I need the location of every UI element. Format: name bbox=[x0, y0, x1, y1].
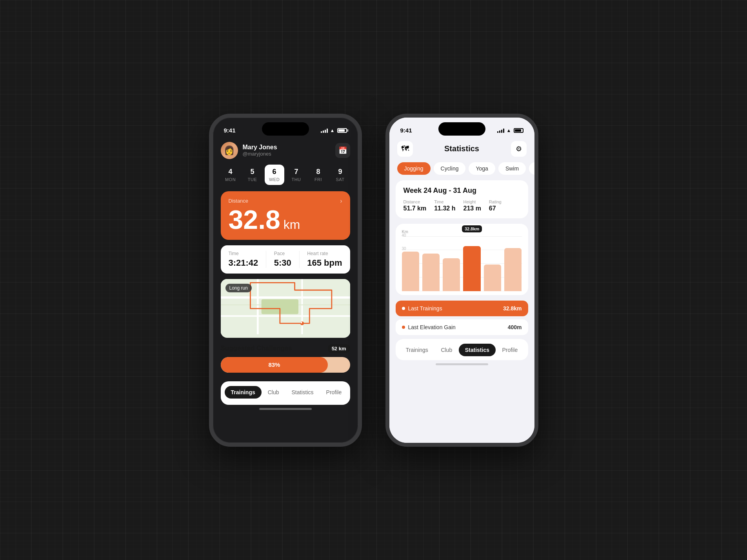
metric-rating: Rating 67 bbox=[489, 199, 502, 212]
map-button[interactable]: 🗺 bbox=[397, 141, 413, 157]
nav-profile-1[interactable]: Profile bbox=[320, 386, 348, 399]
challenges-title: Suggested Challenges bbox=[221, 344, 292, 352]
stats-page-title: Statistics bbox=[444, 144, 479, 153]
stats-header: 🗺 Statistics ⚙ bbox=[389, 138, 534, 162]
legend-last-trainings[interactable]: Last Trainings 32.8km bbox=[396, 301, 528, 316]
bar-tooltip: 32.8km bbox=[462, 225, 482, 232]
chart-grid: 40 30 20 10 0 bbox=[402, 236, 522, 291]
filter-jogging[interactable]: Jogging bbox=[397, 162, 431, 175]
time-1: 9:41 bbox=[224, 127, 236, 134]
chart-container: 40 30 20 10 0 32.8km bbox=[402, 236, 522, 291]
week-dates: 4 MON 5 TUE 6 WED 7 THU 8 FRI 9 SAT bbox=[221, 165, 350, 185]
user-name: Mary Jones bbox=[243, 144, 277, 151]
map-icon: 🗺 bbox=[401, 144, 409, 153]
svg-point-7 bbox=[300, 321, 304, 325]
metric-time: Time 11.32 h bbox=[434, 199, 455, 212]
metric-height-value: 213 m bbox=[463, 205, 481, 212]
phone2-main: 🗺 Statistics ⚙ Jogging Cycling Yoga Swim… bbox=[389, 138, 534, 443]
status-icons-1: ▲ bbox=[321, 128, 347, 133]
home-indicator-1 bbox=[259, 408, 312, 410]
date-day-thu: THU bbox=[291, 177, 301, 182]
stat-heartrate: Heart rate 165 bpm bbox=[307, 251, 342, 268]
grid-line-10: 10 bbox=[402, 277, 522, 277]
distance-label-row: Distance › bbox=[229, 198, 342, 205]
date-fri[interactable]: 8 FRI bbox=[309, 165, 328, 185]
map-tag: Long run bbox=[225, 284, 252, 292]
bar-normal-1 bbox=[402, 252, 419, 291]
date-day-sat: SAT bbox=[336, 177, 344, 182]
date-sat[interactable]: 9 SAT bbox=[331, 165, 350, 185]
challenges-header: Suggested Challenges 52 km bbox=[221, 344, 350, 353]
metric-distance: Distance 51.7 km bbox=[403, 199, 427, 212]
user-handle: @maryjones bbox=[243, 151, 277, 157]
chart-area: Km 40 30 20 10 0 bbox=[396, 224, 528, 295]
gear-icon: ⚙ bbox=[516, 145, 522, 153]
svg-point-8 bbox=[300, 322, 302, 323]
legend-elevation-label: Last Elevation Gain bbox=[408, 324, 456, 330]
challenges-section: Suggested Challenges 52 km 83% bbox=[221, 344, 350, 377]
nav-trainings-2[interactable]: Trainings bbox=[400, 344, 434, 356]
bar-3 bbox=[443, 236, 460, 291]
metric-time-value: 11.32 h bbox=[434, 205, 455, 212]
settings-button[interactable]: ⚙ bbox=[511, 141, 527, 157]
filter-cycling[interactable]: Cycling bbox=[434, 162, 466, 175]
legend-dot-trainings bbox=[402, 307, 405, 310]
date-number-tue: 5 bbox=[250, 168, 254, 176]
km-badge: 52 km bbox=[328, 344, 350, 353]
legend-dot-elevation bbox=[402, 326, 405, 329]
activity-filter: Jogging Cycling Yoga Swim Crossfit bbox=[389, 162, 534, 180]
user-header: 👩 Mary Jones @maryjones 📅 bbox=[221, 138, 350, 165]
map-card[interactable]: Long run bbox=[221, 279, 350, 338]
nav-club-1[interactable]: Club bbox=[262, 386, 285, 399]
metric-height-label: Height bbox=[463, 199, 481, 204]
bar-6 bbox=[504, 236, 522, 291]
battery-icon-1 bbox=[337, 128, 347, 133]
metric-height: Height 213 m bbox=[463, 199, 481, 212]
metric-time-label: Time bbox=[434, 199, 455, 204]
avatar: 👩 bbox=[221, 142, 238, 159]
progress-percent: 83% bbox=[268, 361, 280, 368]
nav-club-2[interactable]: Club bbox=[434, 344, 458, 356]
date-day-tue: TUE bbox=[248, 177, 257, 182]
stat-time-value: 3:21:42 bbox=[229, 258, 258, 268]
date-tue[interactable]: 5 TUE bbox=[243, 165, 262, 185]
legend-elevation[interactable]: Last Elevation Gain 400m bbox=[396, 319, 528, 335]
date-thu[interactable]: 7 THU bbox=[287, 165, 306, 185]
stat-heartrate-label: Heart rate bbox=[307, 251, 342, 256]
filter-yoga[interactable]: Yoga bbox=[469, 162, 495, 175]
date-mon[interactable]: 4 MON bbox=[221, 165, 240, 185]
legend-elevation-value: 400m bbox=[508, 324, 522, 330]
week-range: Week 24 Aug - 31 Aug bbox=[403, 187, 520, 195]
phone-2: 9:41 ▲ 🗺 Statistics ⚙ bbox=[385, 114, 538, 447]
time-2: 9:41 bbox=[400, 127, 412, 134]
filter-crossfit[interactable]: Crossfit bbox=[529, 162, 534, 175]
nav-statistics-2[interactable]: Statistics bbox=[459, 344, 496, 356]
date-number-mon: 4 bbox=[228, 168, 232, 176]
user-info: 👩 Mary Jones @maryjones bbox=[221, 142, 277, 159]
dynamic-island-2 bbox=[438, 122, 485, 136]
distance-display: 32.8 km bbox=[229, 206, 342, 233]
nav-trainings-1[interactable]: Trainings bbox=[225, 386, 262, 399]
bar-4-highlighted: 32.8km bbox=[463, 236, 480, 291]
legend-trainings-label: Last Trainings bbox=[408, 305, 442, 312]
date-day-wed: WED bbox=[269, 177, 280, 182]
nav-statistics-1[interactable]: Statistics bbox=[285, 386, 320, 399]
distance-card[interactable]: Distance › 32.8 km bbox=[221, 191, 350, 240]
bar-5 bbox=[484, 236, 501, 291]
date-wed[interactable]: 6 WED bbox=[265, 165, 284, 185]
grid-line-40: 40 bbox=[402, 236, 522, 237]
battery-icon-2 bbox=[514, 128, 523, 133]
home-indicator-2 bbox=[436, 363, 488, 365]
date-day-fri: FRI bbox=[314, 177, 322, 182]
signal-icon-1 bbox=[321, 128, 328, 133]
nav-profile-2[interactable]: Profile bbox=[496, 344, 524, 356]
distance-label-text: Distance bbox=[229, 198, 249, 204]
stat-time: Time 3:21:42 bbox=[229, 251, 258, 268]
grid-line-0: 0 bbox=[402, 291, 522, 291]
filter-swim[interactable]: Swim bbox=[498, 162, 526, 175]
date-number-wed: 6 bbox=[272, 168, 276, 176]
bar-highlighted bbox=[463, 246, 480, 291]
bar-normal-5 bbox=[484, 265, 501, 291]
calendar-button[interactable]: 📅 bbox=[335, 143, 350, 158]
stat-divider-2 bbox=[299, 251, 300, 268]
